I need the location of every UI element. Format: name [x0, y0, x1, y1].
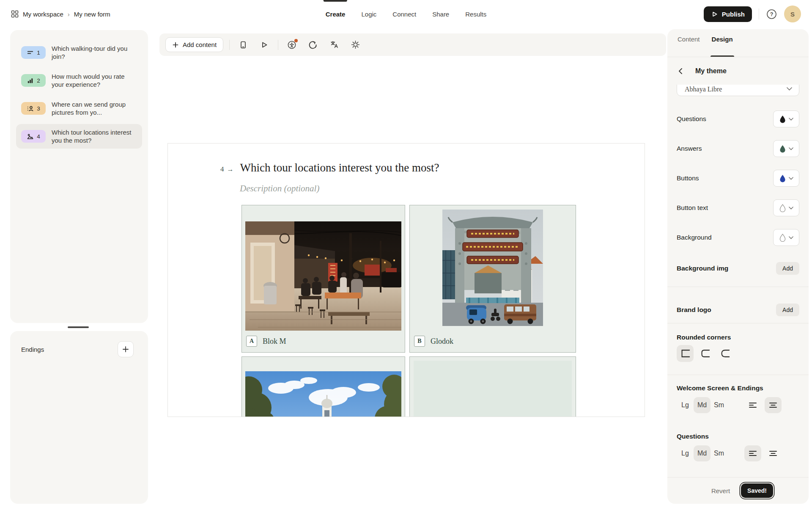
questions-size-lg[interactable]: Lg [677, 445, 694, 461]
question-header[interactable]: 4 → Which tour locations interest you th… [220, 161, 439, 174]
tab-connect[interactable]: Connect [392, 0, 416, 28]
choice-a-key: A [246, 336, 257, 347]
choice-c-photo [245, 371, 401, 417]
dropdown-chevron-icon [789, 236, 793, 239]
breadcrumb: My workspace › My new form [11, 10, 110, 18]
question-item-2[interactable]: 2 How much would you rate your experienc… [16, 68, 142, 93]
tab-logic[interactable]: Logic [361, 0, 376, 28]
help-icon[interactable]: ? [766, 8, 777, 20]
question-3-badge: 3 [21, 102, 46, 115]
droplet-icon [779, 234, 786, 242]
breadcrumb-current[interactable]: My new form [74, 11, 110, 18]
question-3-number: 3 [37, 105, 40, 112]
tab-results[interactable]: Results [465, 0, 486, 28]
questions-size-md[interactable]: Md [694, 445, 710, 461]
font-select[interactable]: Abhaya Libre [677, 85, 799, 96]
answers-color-swatch[interactable] [773, 140, 799, 157]
corner-medium-option[interactable] [697, 345, 713, 362]
welcome-size-lg[interactable]: Lg [677, 397, 694, 413]
background-img-label: Background img [677, 265, 728, 272]
choice-card-d[interactable] [409, 356, 576, 417]
theme-title: My theme [695, 67, 727, 75]
corner-round-option[interactable] [716, 345, 733, 362]
tab-share[interactable]: Share [432, 0, 449, 28]
dropdown-chevron-icon [789, 118, 793, 121]
active-tab-indicator [324, 0, 347, 2]
avatar[interactable]: S [784, 6, 801, 22]
choice-card-b[interactable]: B Glodok [409, 205, 576, 353]
question-arrow-icon: → [227, 166, 234, 173]
background-color-label: Background [677, 234, 712, 241]
choice-a-label-row: A Blok M [246, 334, 286, 348]
picture-choice-icon [27, 133, 34, 140]
back-icon[interactable] [678, 67, 683, 75]
rounded-corners-options [677, 345, 799, 362]
buttons-color-swatch[interactable] [773, 170, 799, 187]
background-color-swatch[interactable] [773, 229, 799, 246]
picture-choice-grid: A Blok M [241, 205, 576, 417]
question-4-badge: 4 [21, 130, 46, 143]
button-text-color-label: Button text [677, 204, 708, 212]
publish-button[interactable]: Publish [704, 6, 752, 22]
button-text-color-swatch[interactable] [773, 199, 799, 216]
questions-size-sm[interactable]: Sm [710, 445, 727, 461]
questions-align-center-icon[interactable] [765, 445, 782, 461]
breadcrumb-workspace[interactable]: My workspace [23, 11, 63, 18]
settings-icon[interactable] [348, 37, 363, 52]
choice-card-a[interactable]: A Blok M [241, 205, 405, 353]
welcome-size-md[interactable]: Md [694, 397, 710, 413]
choice-b-key: B [414, 336, 425, 347]
saved-button[interactable]: Saved! [741, 483, 773, 498]
divider [667, 375, 809, 375]
droplet-icon [779, 204, 786, 212]
breadcrumb-chevron: › [68, 11, 70, 18]
question-title[interactable]: Which tour locations interest you the mo… [240, 161, 439, 174]
background-img-add-button[interactable]: Add [776, 262, 799, 275]
question-number: 4 [220, 165, 224, 174]
question-1-badge: 1 [21, 46, 46, 59]
question-item-1[interactable]: 1 Which walking-tour did you join? [16, 40, 142, 65]
panel-resize-handle[interactable] [68, 326, 89, 328]
plus-icon [172, 41, 179, 48]
questions-size-label: Questions [677, 433, 799, 440]
tab-design-label: Design [712, 36, 733, 43]
revert-button[interactable]: Revert [711, 487, 730, 494]
corner-square-option[interactable] [677, 345, 694, 362]
dropdown-chevron-icon [789, 207, 793, 210]
question-list: 1 Which walking-tour did you join? 2 How… [10, 30, 148, 149]
choice-card-c[interactable] [241, 356, 405, 417]
question-3-title: Where can we send group pictures from yo… [52, 100, 137, 116]
welcome-align-group [744, 397, 782, 413]
toolbar-divider [229, 40, 230, 50]
add-ending-button[interactable] [118, 341, 134, 357]
tab-create[interactable]: Create [326, 0, 346, 28]
tab-design[interactable]: Design [712, 29, 733, 57]
welcome-size-sm[interactable]: Sm [710, 397, 727, 413]
welcome-align-center-icon[interactable] [765, 397, 782, 413]
questions-color-swatch[interactable] [773, 110, 799, 127]
welcome-size-row: Lg Md Sm [677, 397, 799, 413]
question-item-3[interactable]: 3 Where can we send group pictures from … [16, 96, 142, 121]
questions-align-left-icon[interactable] [744, 445, 761, 461]
welcome-endings-label: Welcome Screen & Endings [677, 384, 799, 392]
accessibility-icon[interactable] [284, 37, 299, 52]
droplet-icon [779, 145, 786, 153]
tab-content[interactable]: Content [678, 29, 700, 57]
color-row-background: Background [677, 229, 799, 246]
divider [667, 323, 809, 323]
welcome-align-left-icon[interactable] [744, 397, 761, 413]
recall-icon[interactable] [305, 37, 321, 52]
brand-logo-add-button[interactable]: Add [776, 304, 799, 316]
question-1-title: Which walking-tour did you join? [52, 44, 137, 61]
question-item-4[interactable]: 4 Which tour locations interest you the … [16, 124, 142, 149]
questions-color-label: Questions [677, 115, 706, 123]
add-content-button[interactable]: Add content [165, 37, 223, 52]
theme-footer: Revert Saved! [667, 477, 809, 504]
mobile-preview-icon[interactable] [236, 37, 251, 52]
question-2-number: 2 [37, 77, 40, 84]
translate-icon[interactable] [326, 37, 342, 52]
notification-dot [294, 39, 298, 42]
theme-settings: Abhaya Libre Questions Answers Buttons [667, 85, 809, 477]
preview-icon[interactable] [257, 37, 272, 52]
description-placeholder[interactable]: Description (optional) [240, 183, 319, 194]
